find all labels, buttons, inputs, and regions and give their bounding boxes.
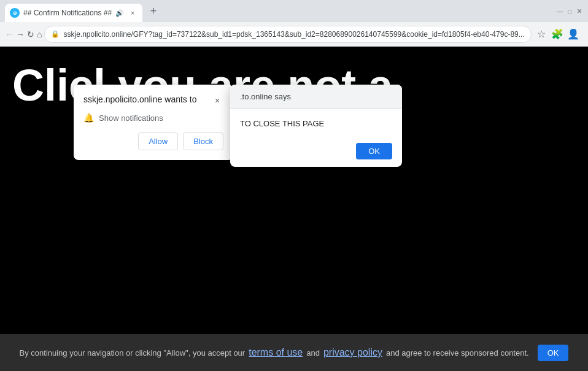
bell-icon: 🔔 [83, 113, 94, 123]
alert-body: TO CLOSE THIS PAGE [230, 109, 402, 138]
home-button[interactable]: ⌂ [37, 26, 42, 43]
tab-favicon: ⊕ [10, 8, 20, 18]
bottom-bar-ok-button[interactable]: OK [538, 345, 569, 361]
maximize-button[interactable]: □ [566, 7, 573, 15]
alert-header: .to.online says [230, 85, 402, 109]
window-controls: — □ × [556, 7, 588, 15]
tab-title: ## Confirm Notifications ## [23, 9, 112, 17]
active-tab[interactable]: ⊕ ## Confirm Notifications ## 🔊 × [5, 4, 142, 22]
privacy-policy-link[interactable]: privacy policy [323, 347, 382, 358]
nav-bar: ← → ↻ ⌂ 🔒 sskje.npolicito.online/GFY?tag… [0, 22, 588, 47]
bookmark-button[interactable]: ☆ [534, 27, 549, 42]
new-tab-button[interactable]: + [145, 2, 162, 20]
popup-header: sskje.npolicito.online wants to × [83, 94, 223, 107]
back-button[interactable]: ← [5, 26, 14, 43]
refresh-button[interactable]: ↻ [27, 26, 34, 43]
profile-button[interactable]: 👤 [566, 27, 581, 42]
page-content: Clicl you are not a sskje.npolicito.onli… [0, 47, 588, 371]
address-bar[interactable]: 🔒 sskje.npolicito.online/GFY?tag_id=7371… [44, 26, 531, 43]
extensions-button[interactable]: 🧩 [550, 27, 565, 42]
lock-icon: 🔒 [51, 30, 60, 38]
bottom-bar-text-after: and agree to receive sponsored content. [386, 348, 529, 358]
alert-footer: OK [230, 138, 402, 167]
address-text: sskje.npolicito.online/GFY?tag_id=737122… [63, 30, 524, 39]
block-button[interactable]: Block [183, 132, 223, 150]
bottom-bar-text-before: By continuing your navigation or clickin… [20, 348, 246, 358]
terms-of-use-link[interactable]: terms of use [249, 347, 303, 358]
bottom-bar-text-middle: and [306, 348, 320, 358]
audio-icon: 🔊 [115, 9, 124, 17]
minimize-button[interactable]: — [556, 7, 563, 15]
tab-bar: ⊕ ## Confirm Notifications ## 🔊 × + — □ … [0, 0, 588, 22]
permission-text: Show notifications [99, 113, 163, 123]
popup-buttons: Allow Block [83, 132, 223, 150]
browser-window: ⊕ ## Confirm Notifications ## 🔊 × + — □ … [0, 0, 588, 371]
close-window-button[interactable]: × [576, 7, 583, 15]
forward-button[interactable]: → [16, 26, 25, 43]
menu-button[interactable]: ⋮ [582, 27, 588, 42]
popup-close-button[interactable]: × [211, 94, 223, 107]
alert-ok-button[interactable]: OK [356, 143, 392, 159]
bottom-bar: By continuing your navigation or clickin… [0, 334, 588, 371]
tab-close-button[interactable]: × [128, 8, 137, 18]
popup-permission-row: 🔔 Show notifications [83, 113, 223, 123]
popup-title: sskje.npolicito.online wants to [83, 94, 196, 104]
nav-right-controls: ☆ 🧩 👤 ⋮ [534, 27, 588, 42]
notification-permission-popup: sskje.npolicito.online wants to × 🔔 Show… [74, 85, 233, 160]
alert-dialog: .to.online says TO CLOSE THIS PAGE OK [230, 85, 402, 167]
allow-button[interactable]: Allow [138, 132, 178, 150]
